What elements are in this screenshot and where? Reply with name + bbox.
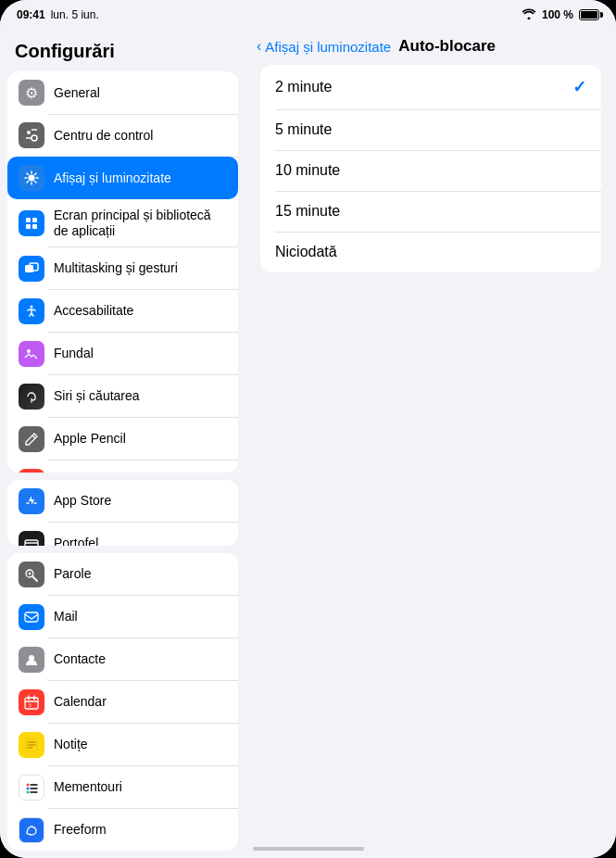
display-icon [19,165,44,191]
wallpaper-icon [19,341,44,367]
sidebar-item-multitask[interactable]: Multitasking și gesturi [7,247,238,290]
svg-line-22 [32,435,35,438]
freeform-icon [19,817,44,843]
option-2min-check: ✓ [572,77,586,97]
option-10min-label: 10 minute [275,162,340,179]
ipad-frame: 09:41 lun. 5 iun. 100 % Configurări [0,0,616,858]
home-icon [19,210,44,236]
sidebar-item-freeform[interactable]: Freeform [7,809,238,851]
wifi-icon [522,8,536,22]
home-indicator [253,847,364,851]
calendar-icon: 5 [19,689,44,715]
back-button[interactable]: ‹ Afișaj și luminozitate [257,38,391,55]
wallet-icon [19,531,44,546]
svg-rect-41 [25,698,38,709]
right-panel: ‹ Afișaj și luminozitate Auto-blocare 2 … [245,30,616,858]
mail-icon [19,604,44,630]
multitask-icon [19,256,44,282]
right-header: ‹ Afișaj și luminozitate Auto-blocare [245,30,616,65]
svg-line-37 [33,576,38,581]
sidebar-item-touchid[interactable]: Touch ID și cod de acces [7,461,238,473]
right-content: 2 minute ✓ 5 minute 10 minute 15 minute … [245,65,616,280]
sidebar-item-calendar[interactable]: 5 Calendar [7,681,238,724]
sidebar-item-accessibility[interactable]: Accesabilitate [7,290,238,333]
svg-point-19 [31,305,33,308]
svg-rect-14 [32,218,37,222]
sidebar-item-display[interactable]: Afișaj și luminozitate [7,157,238,199]
sidebar-section-2: App Store Portofel [7,480,238,546]
svg-point-50 [27,783,30,786]
option-15min[interactable]: 15 minute [260,191,601,232]
notes-icon [19,732,44,758]
option-never-label: Niciodată [275,244,337,260]
control-icon [19,122,44,148]
sidebar-item-home[interactable]: Ecran principal și bibliotecă de aplicaț… [7,199,238,247]
sidebar-item-siri[interactable]: Siri și căutarea [7,375,238,418]
pencil-icon [19,426,44,452]
option-10min[interactable]: 10 minute [260,150,601,191]
svg-point-52 [27,790,30,793]
sidebar-title: Configurări [0,33,245,71]
passwords-label: Parole [54,566,91,582]
option-2min-label: 2 minute [275,79,332,95]
status-date: lun. 5 iun. [51,8,99,21]
svg-rect-15 [26,224,31,229]
wallet-label: Portofel [54,536,98,546]
status-time: 09:41 [17,8,45,21]
sidebar-item-general[interactable]: ⚙ General [7,71,238,114]
sidebar-item-mail[interactable]: Mail [7,596,238,638]
wallpaper-label: Fundal [54,346,94,361]
svg-line-9 [27,173,29,175]
reminders-icon [19,775,44,801]
sidebar-item-wallpaper[interactable]: Fundal [7,333,238,375]
siri-label: Siri și căutarea [54,388,140,404]
sidebar-item-control[interactable]: Centru de control [7,114,238,157]
sidebar: Configurări ⚙ General Centru de control [0,30,245,858]
option-never[interactable]: Niciodată [260,232,601,272]
svg-rect-16 [32,224,37,229]
appstore-label: App Store [54,493,111,509]
reminders-label: Mementouri [54,779,122,795]
general-icon: ⚙ [19,80,44,106]
sidebar-item-passwords[interactable]: Parole [7,553,238,596]
back-chevron-icon: ‹ [257,38,261,55]
touchid-icon [19,469,44,473]
battery-percent: 100 % [542,8,573,21]
sidebar-section-3: Parole Mail Contacte 5 [7,553,238,851]
pencil-label: Apple Pencil [54,431,126,447]
svg-point-51 [27,787,30,789]
general-label: General [54,85,100,101]
accessibility-label: Accesabilitate [54,303,133,319]
option-2min[interactable]: 2 minute ✓ [260,65,601,109]
status-right: 100 % [522,8,599,22]
options-section: 2 minute ✓ 5 minute 10 minute 15 minute … [260,65,601,272]
svg-line-11 [35,173,37,175]
back-label: Afișaj și luminozitate [265,39,391,55]
contacts-icon [19,647,44,673]
sidebar-item-contacts[interactable]: Contacte [7,638,238,681]
svg-point-38 [29,572,31,574]
svg-rect-13 [26,218,31,222]
svg-text:5: 5 [29,702,31,708]
option-15min-label: 15 minute [275,203,340,220]
passwords-icon [19,561,44,587]
option-5min-label: 5 minute [275,121,332,138]
main-content: Configurări ⚙ General Centru de control [0,30,616,858]
display-label: Afișaj și luminozitate [54,170,171,186]
control-label: Centru de control [54,128,153,144]
status-left: 09:41 lun. 5 iun. [17,8,99,21]
svg-point-4 [29,175,35,182]
mail-label: Mail [54,609,78,625]
svg-point-20 [27,349,31,353]
sidebar-item-wallet[interactable]: Portofel [7,523,238,546]
svg-point-1 [31,135,37,141]
home-label: Ecran principal și bibliotecă de aplicaț… [54,208,227,239]
sidebar-item-reminders[interactable]: Mementouri [7,766,238,809]
sidebar-section-1: ⚙ General Centru de control Afișaj și lu… [7,71,238,473]
battery-icon [579,9,599,20]
sidebar-item-notes[interactable]: Notițe [7,724,238,766]
svg-rect-39 [25,612,38,622]
sidebar-item-pencil[interactable]: Apple Pencil [7,418,238,461]
sidebar-item-appstore[interactable]: App Store [7,480,238,523]
option-5min[interactable]: 5 minute [260,109,601,150]
